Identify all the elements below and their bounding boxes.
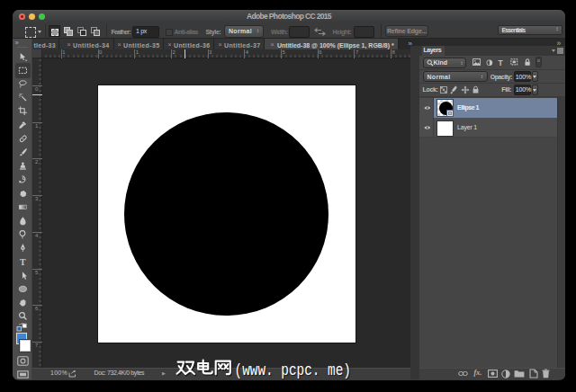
svg-text:T: T [20, 257, 26, 267]
svg-text:(www. pcpc. me): (www. pcpc. me) [235, 361, 352, 379]
